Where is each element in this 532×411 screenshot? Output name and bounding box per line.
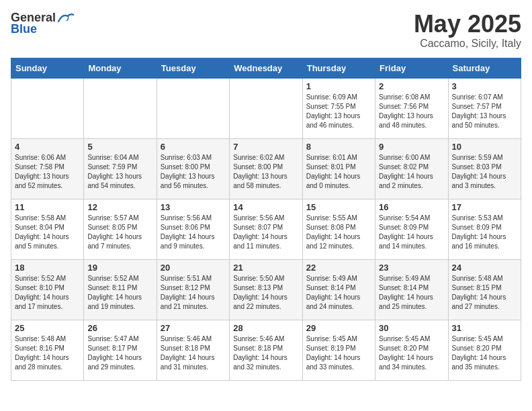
day-info: Sunrise: 5:52 AM Sunset: 8:10 PM Dayligh… xyxy=(15,274,80,312)
day-info: Sunrise: 5:51 AM Sunset: 8:12 PM Dayligh… xyxy=(161,274,226,312)
day-number: 3 xyxy=(452,81,517,91)
day-info: Sunrise: 5:45 AM Sunset: 8:20 PM Dayligh… xyxy=(452,334,517,372)
day-number: 29 xyxy=(306,323,371,333)
day-info: Sunrise: 5:49 AM Sunset: 8:14 PM Dayligh… xyxy=(306,274,371,312)
day-info: Sunrise: 5:46 AM Sunset: 8:18 PM Dayligh… xyxy=(233,334,298,372)
day-number: 8 xyxy=(306,142,371,152)
day-cell: 30Sunrise: 5:45 AM Sunset: 8:20 PM Dayli… xyxy=(375,320,448,380)
day-number: 30 xyxy=(379,323,444,333)
day-cell: 22Sunrise: 5:49 AM Sunset: 8:14 PM Dayli… xyxy=(302,259,375,320)
day-cell: 10Sunrise: 5:59 AM Sunset: 8:03 PM Dayli… xyxy=(448,138,521,199)
day-cell: 6Sunrise: 6:03 AM Sunset: 8:00 PM Daylig… xyxy=(157,138,229,199)
day-cell: 20Sunrise: 5:51 AM Sunset: 8:12 PM Dayli… xyxy=(157,259,229,320)
day-number: 28 xyxy=(233,323,298,333)
logo-blue: Blue xyxy=(11,22,37,36)
week-row-5: 25Sunrise: 5:48 AM Sunset: 8:16 PM Dayli… xyxy=(11,320,521,380)
day-cell xyxy=(84,78,157,138)
day-cell: 12Sunrise: 5:57 AM Sunset: 8:05 PM Dayli… xyxy=(84,199,157,259)
day-info: Sunrise: 6:00 AM Sunset: 8:02 PM Dayligh… xyxy=(379,153,444,191)
day-info: Sunrise: 6:09 AM Sunset: 7:55 PM Dayligh… xyxy=(306,93,371,130)
day-cell: 16Sunrise: 5:54 AM Sunset: 8:09 PM Dayli… xyxy=(375,199,448,259)
col-header-thursday: Thursday xyxy=(302,58,375,78)
day-cell: 29Sunrise: 5:45 AM Sunset: 8:19 PM Dayli… xyxy=(302,320,375,380)
day-number: 9 xyxy=(379,142,444,152)
day-info: Sunrise: 5:45 AM Sunset: 8:19 PM Dayligh… xyxy=(306,334,371,372)
day-cell: 15Sunrise: 5:55 AM Sunset: 8:08 PM Dayli… xyxy=(302,199,375,259)
day-info: Sunrise: 5:45 AM Sunset: 8:20 PM Dayligh… xyxy=(379,334,444,372)
day-info: Sunrise: 5:56 AM Sunset: 8:06 PM Dayligh… xyxy=(161,214,226,251)
day-cell xyxy=(11,78,84,138)
col-header-tuesday: Tuesday xyxy=(157,58,229,78)
day-number: 20 xyxy=(161,263,226,273)
week-row-4: 18Sunrise: 5:52 AM Sunset: 8:10 PM Dayli… xyxy=(11,259,521,320)
day-number: 25 xyxy=(15,323,80,333)
page-header: General Blue May 2025 Caccamo, Sicily, I… xyxy=(11,11,521,50)
day-number: 11 xyxy=(15,202,80,212)
col-header-saturday: Saturday xyxy=(448,58,521,78)
day-cell: 11Sunrise: 5:58 AM Sunset: 8:04 PM Dayli… xyxy=(11,199,84,259)
day-cell: 13Sunrise: 5:56 AM Sunset: 8:06 PM Dayli… xyxy=(157,199,229,259)
day-info: Sunrise: 5:52 AM Sunset: 8:11 PM Dayligh… xyxy=(87,274,152,312)
day-number: 16 xyxy=(379,202,444,212)
day-info: Sunrise: 5:59 AM Sunset: 8:03 PM Dayligh… xyxy=(452,153,517,191)
day-cell: 14Sunrise: 5:56 AM Sunset: 8:07 PM Dayli… xyxy=(230,199,302,259)
day-number: 22 xyxy=(306,263,371,273)
day-number: 24 xyxy=(452,263,517,273)
day-number: 4 xyxy=(15,142,80,152)
day-cell: 27Sunrise: 5:46 AM Sunset: 8:18 PM Dayli… xyxy=(157,320,229,380)
day-cell: 26Sunrise: 5:47 AM Sunset: 8:17 PM Dayli… xyxy=(84,320,157,380)
day-info: Sunrise: 6:06 AM Sunset: 7:58 PM Dayligh… xyxy=(15,153,80,191)
week-row-3: 11Sunrise: 5:58 AM Sunset: 8:04 PM Dayli… xyxy=(11,199,521,259)
day-number: 18 xyxy=(15,263,80,273)
day-number: 10 xyxy=(452,142,517,152)
day-cell: 7Sunrise: 6:02 AM Sunset: 8:00 PM Daylig… xyxy=(230,138,302,199)
day-number: 27 xyxy=(161,323,226,333)
day-info: Sunrise: 5:47 AM Sunset: 8:17 PM Dayligh… xyxy=(87,334,152,372)
day-info: Sunrise: 6:01 AM Sunset: 8:01 PM Dayligh… xyxy=(306,153,371,191)
day-cell: 18Sunrise: 5:52 AM Sunset: 8:10 PM Dayli… xyxy=(11,259,84,320)
day-number: 14 xyxy=(233,202,298,212)
day-info: Sunrise: 5:49 AM Sunset: 8:14 PM Dayligh… xyxy=(379,274,444,312)
day-info: Sunrise: 6:08 AM Sunset: 7:56 PM Dayligh… xyxy=(379,93,444,130)
day-info: Sunrise: 5:57 AM Sunset: 8:05 PM Dayligh… xyxy=(87,214,152,251)
col-header-sunday: Sunday xyxy=(11,58,84,78)
day-cell: 21Sunrise: 5:50 AM Sunset: 8:13 PM Dayli… xyxy=(230,259,302,320)
calendar-table: SundayMondayTuesdayWednesdayThursdayFrid… xyxy=(11,58,521,381)
logo-bird-icon xyxy=(57,12,75,24)
title-area: May 2025 Caccamo, Sicily, Italy xyxy=(414,11,521,50)
day-cell: 31Sunrise: 5:45 AM Sunset: 8:20 PM Dayli… xyxy=(448,320,521,380)
day-cell: 23Sunrise: 5:49 AM Sunset: 8:14 PM Dayli… xyxy=(375,259,448,320)
day-info: Sunrise: 6:03 AM Sunset: 8:00 PM Dayligh… xyxy=(161,153,226,191)
day-info: Sunrise: 6:04 AM Sunset: 7:59 PM Dayligh… xyxy=(87,153,152,191)
day-number: 1 xyxy=(306,81,371,91)
location-title: Caccamo, Sicily, Italy xyxy=(414,38,521,50)
day-number: 12 xyxy=(87,202,152,212)
logo: General Blue xyxy=(11,11,75,36)
day-info: Sunrise: 5:46 AM Sunset: 8:18 PM Dayligh… xyxy=(161,334,226,372)
day-info: Sunrise: 5:58 AM Sunset: 8:04 PM Dayligh… xyxy=(15,214,80,251)
day-info: Sunrise: 5:48 AM Sunset: 8:16 PM Dayligh… xyxy=(15,334,80,372)
day-info: Sunrise: 5:55 AM Sunset: 8:08 PM Dayligh… xyxy=(306,214,371,251)
day-info: Sunrise: 5:53 AM Sunset: 8:09 PM Dayligh… xyxy=(452,214,517,251)
day-number: 15 xyxy=(306,202,371,212)
day-number: 23 xyxy=(379,263,444,273)
day-number: 5 xyxy=(87,142,152,152)
day-cell: 9Sunrise: 6:00 AM Sunset: 8:02 PM Daylig… xyxy=(375,138,448,199)
day-cell: 1Sunrise: 6:09 AM Sunset: 7:55 PM Daylig… xyxy=(302,78,375,138)
day-number: 7 xyxy=(233,142,298,152)
week-row-1: 1Sunrise: 6:09 AM Sunset: 7:55 PM Daylig… xyxy=(11,78,521,138)
day-cell: 19Sunrise: 5:52 AM Sunset: 8:11 PM Dayli… xyxy=(84,259,157,320)
day-number: 19 xyxy=(87,263,152,273)
day-number: 13 xyxy=(161,202,226,212)
day-cell: 25Sunrise: 5:48 AM Sunset: 8:16 PM Dayli… xyxy=(11,320,84,380)
day-info: Sunrise: 6:07 AM Sunset: 7:57 PM Dayligh… xyxy=(452,93,517,130)
day-number: 17 xyxy=(452,202,517,212)
day-info: Sunrise: 5:54 AM Sunset: 8:09 PM Dayligh… xyxy=(379,214,444,251)
month-title: May 2025 xyxy=(414,11,521,38)
day-number: 2 xyxy=(379,81,444,91)
col-header-wednesday: Wednesday xyxy=(230,58,302,78)
day-number: 21 xyxy=(233,263,298,273)
day-info: Sunrise: 5:48 AM Sunset: 8:15 PM Dayligh… xyxy=(452,274,517,312)
day-cell: 4Sunrise: 6:06 AM Sunset: 7:58 PM Daylig… xyxy=(11,138,84,199)
day-cell xyxy=(230,78,302,138)
